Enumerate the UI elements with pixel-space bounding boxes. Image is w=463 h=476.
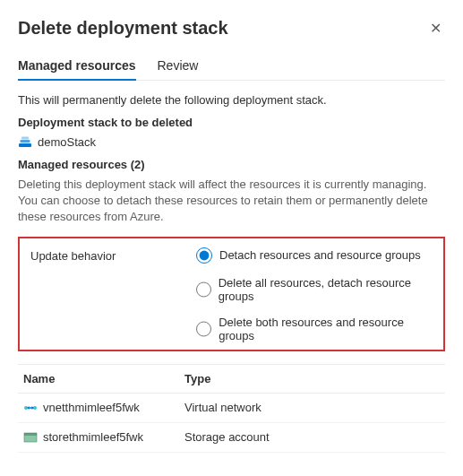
intro-text: This will permanently delete the followi…	[18, 93, 445, 107]
radio-detach-input[interactable]	[196, 247, 212, 264]
radio-delete-both-label: Delete both resources and resource group…	[219, 316, 433, 342]
close-icon: ✕	[430, 21, 442, 36]
col-name-header: Name	[18, 364, 179, 393]
managed-desc: Deleting this deployment stack will affe…	[18, 177, 445, 226]
table-row: vnetthmimleef5fwk Virtual network	[18, 393, 445, 422]
resources-table: Name Type vnetthmimleef5fwk	[18, 364, 445, 453]
page-title: Delete deployment stack	[18, 18, 228, 39]
radio-detach-label: Detach resources and resource groups	[219, 248, 421, 262]
radio-delete-resources-label: Delete all resources, detach resource gr…	[219, 276, 433, 303]
tab-bar: Managed resources Review	[18, 58, 445, 81]
radio-delete-resources-input[interactable]	[196, 281, 211, 298]
stack-section-label: Deployment stack to be deleted	[18, 116, 445, 129]
storage-account-icon	[23, 430, 38, 445]
radio-delete-resources[interactable]: Delete all resources, detach resource gr…	[196, 276, 433, 303]
svg-rect-2	[21, 137, 29, 140]
svg-rect-9	[24, 436, 37, 442]
radio-delete-both-input[interactable]	[196, 321, 211, 337]
radio-detach-resources[interactable]: Detach resources and resource groups	[196, 247, 433, 264]
update-behavior-label: Update behavior	[30, 247, 196, 263]
managed-section-label: Managed resources (2)	[18, 158, 445, 171]
update-behavior-highlight: Update behavior Detach resources and res…	[18, 237, 445, 351]
update-behavior-radio-group: Detach resources and resource groups Del…	[196, 247, 433, 342]
svg-rect-8	[24, 433, 37, 436]
col-type-header: Type	[179, 364, 445, 393]
svg-rect-1	[21, 140, 30, 143]
radio-delete-both[interactable]: Delete both resources and resource group…	[196, 316, 433, 342]
svg-rect-0	[19, 143, 31, 147]
table-row: storethmimleef5fwk Storage account	[18, 422, 445, 452]
deployment-stack-icon	[18, 134, 32, 149]
stack-name: demoStack	[38, 135, 96, 149]
close-button[interactable]: ✕	[426, 16, 445, 40]
resource-name: vnetthmimleef5fwk	[43, 401, 140, 414]
resource-type: Virtual network	[179, 393, 445, 422]
virtual-network-icon	[23, 401, 38, 415]
stack-row: demoStack	[18, 134, 445, 149]
tab-review[interactable]: Review	[158, 58, 199, 80]
resource-name: storethmimleef5fwk	[43, 430, 143, 444]
resource-type: Storage account	[179, 422, 445, 452]
tab-managed-resources[interactable]: Managed resources	[18, 58, 136, 80]
